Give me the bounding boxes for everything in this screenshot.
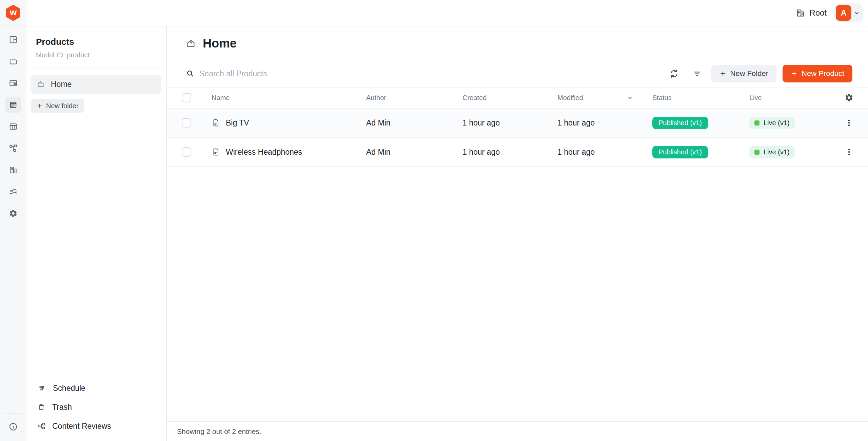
entry-name: Big TV [226, 118, 249, 128]
tenant-building-icon [796, 8, 805, 18]
sort-chevron-down-icon[interactable] [627, 94, 633, 101]
hierarchy-icon[interactable] [5, 140, 21, 156]
home-icon [37, 80, 45, 88]
filter-icon[interactable] [690, 66, 705, 81]
audit-logs-icon[interactable] [5, 184, 21, 200]
sidebar-new-folder-label: New folder [46, 102, 79, 110]
settings-gear-icon[interactable] [5, 205, 21, 222]
toolbar: New Folder New Product [167, 60, 868, 88]
document-icon [212, 148, 220, 156]
sidebar-item-schedule[interactable]: Schedule [34, 379, 166, 398]
live-dot-icon [754, 120, 760, 126]
page-header: Home [167, 26, 868, 60]
table-body: Big TV Ad Min 1 hour ago 1 hour ago Publ… [167, 109, 868, 167]
main-content: Home [167, 26, 868, 441]
rail-bottom [4, 413, 22, 441]
entry-created: 1 hour ago [462, 148, 557, 157]
row-checkbox[interactable] [182, 118, 191, 128]
entry-live-cell: Live (v1) [749, 146, 838, 158]
column-header-created[interactable]: Created [462, 94, 557, 102]
new-product-button-label: New Product [802, 69, 844, 78]
sidebar-header: Products Model ID: product [26, 26, 166, 69]
info-icon[interactable] [5, 419, 21, 435]
new-folder-button[interactable]: New Folder [711, 65, 776, 82]
search-input[interactable] [199, 69, 505, 78]
plus-icon [37, 103, 43, 109]
main-spacer [167, 167, 868, 421]
column-header-modified[interactable]: Modified [557, 94, 652, 102]
sidebar-item-home[interactable]: Home [31, 75, 161, 94]
entry-created: 1 hour ago [462, 118, 557, 128]
table-row[interactable]: Wireless Headphones Ad Min 1 hour ago 1 … [167, 138, 868, 167]
status-badge: Published (v1) [652, 117, 708, 129]
new-folder-button-label: New Folder [730, 69, 768, 78]
folder-icon[interactable] [5, 53, 21, 70]
table-settings-gear-icon[interactable] [845, 93, 853, 102]
row-kebab-menu-icon[interactable] [843, 146, 855, 158]
row-checkbox[interactable] [182, 147, 191, 157]
sidebar-spacer [26, 113, 166, 379]
sidebar-footer: Schedule Trash Content Reviews [26, 379, 166, 441]
entry-live-cell: Live (v1) [749, 117, 838, 129]
trash-icon [37, 403, 45, 411]
live-badge: Live (v1) [749, 146, 795, 158]
plus-icon [719, 70, 726, 77]
right-column: Root A Products Model ID: product [26, 0, 868, 441]
logo-container: w [0, 0, 26, 26]
logo-letter: w [5, 4, 21, 21]
webiny-logo[interactable]: w [5, 4, 21, 21]
sidebar-new-folder-button[interactable]: New folder [31, 99, 84, 113]
column-header-name[interactable]: Name [212, 94, 366, 102]
live-badge: Live (v1) [749, 117, 795, 129]
headless-cms-icon[interactable] [5, 97, 21, 113]
column-header-live[interactable]: Live [749, 94, 838, 102]
select-all-checkbox[interactable] [182, 93, 191, 102]
column-header-author[interactable]: Author [366, 94, 462, 102]
model-sidebar: Products Model ID: product Home New fold… [26, 26, 167, 441]
model-id-label: Model ID: product [36, 51, 157, 59]
body-row: Products Model ID: product Home New fold… [26, 26, 868, 441]
sidebar-schedule-label: Schedule [53, 384, 85, 393]
sidebar-item-content-reviews[interactable]: Content Reviews [34, 417, 166, 436]
column-header-status[interactable]: Status [652, 94, 749, 102]
entry-status-cell: Published (v1) [652, 146, 749, 158]
entry-name-cell[interactable]: Wireless Headphones [212, 148, 366, 157]
sidebar-trash-label: Trash [52, 403, 72, 412]
row-kebab-menu-icon[interactable] [843, 116, 855, 129]
dashboard-columns-icon[interactable] [5, 32, 21, 48]
live-badge-label: Live (v1) [764, 119, 790, 127]
document-icon [212, 118, 220, 127]
refresh-icon[interactable] [667, 66, 682, 81]
chevron-down-icon [853, 9, 860, 16]
broadcast-icon [37, 384, 46, 392]
icon-rail: w [0, 0, 26, 441]
model-title: Products [36, 37, 157, 47]
sidebar-item-trash[interactable]: Trash [34, 398, 166, 417]
table-grid-icon[interactable] [5, 118, 21, 135]
top-bar: Root A [26, 0, 868, 26]
search-container [186, 69, 667, 78]
entries-count-label: Showing 2 out of 2 entries. [177, 427, 261, 436]
table-row[interactable]: Big TV Ad Min 1 hour ago 1 hour ago Publ… [167, 109, 868, 138]
entry-modified: 1 hour ago [557, 148, 652, 157]
tenants-building-icon[interactable] [5, 162, 21, 178]
page-title: Home [203, 36, 237, 51]
table-footer: Showing 2 out of 2 entries. [167, 421, 868, 441]
entry-author: Ad Min [366, 148, 462, 157]
entry-name-cell[interactable]: Big TV [212, 118, 366, 128]
sidebar-home-label: Home [51, 80, 72, 89]
entry-name: Wireless Headphones [226, 148, 302, 157]
workflow-icon [37, 422, 45, 430]
avatar: A [836, 5, 851, 21]
workspace-selector[interactable]: Root [796, 8, 827, 18]
page-builder-icon[interactable] [5, 75, 21, 91]
sidebar-content-reviews-label: Content Reviews [52, 422, 111, 431]
workspace-label: Root [809, 8, 827, 18]
rail-nav [5, 26, 21, 222]
live-dot-icon [754, 150, 760, 155]
live-badge-label: Live (v1) [764, 148, 790, 156]
entry-status-cell: Published (v1) [652, 117, 749, 129]
app-window: w [0, 0, 868, 441]
new-product-button[interactable]: New Product [783, 65, 852, 82]
account-menu[interactable]: A [834, 3, 863, 22]
